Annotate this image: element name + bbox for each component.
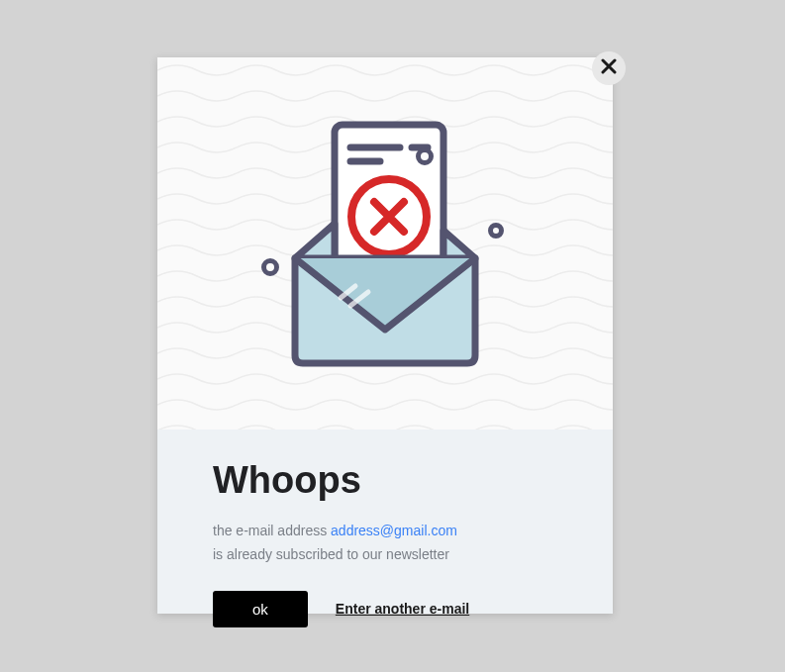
close-button[interactable] bbox=[592, 51, 626, 85]
modal-actions: ok Enter another e-mail bbox=[213, 591, 557, 627]
message-prefix: the e-mail address bbox=[213, 523, 331, 538]
decorative-dot-icon bbox=[416, 147, 434, 165]
email-address: address@gmail.com bbox=[331, 523, 457, 538]
modal-title: Whoops bbox=[213, 459, 557, 502]
illustration-area bbox=[157, 57, 613, 430]
message-suffix: is already subscribed to our newsletter bbox=[213, 546, 449, 562]
ok-button[interactable]: ok bbox=[213, 591, 308, 627]
enter-another-email-link[interactable]: Enter another e-mail bbox=[336, 601, 469, 617]
close-icon bbox=[601, 58, 617, 78]
error-modal: Whoops the e-mail address address@gmail.… bbox=[157, 57, 613, 614]
decorative-dot-icon bbox=[488, 223, 504, 239]
decorative-dot-icon bbox=[261, 258, 279, 276]
modal-content: Whoops the e-mail address address@gmail.… bbox=[157, 430, 613, 657]
envelope-error-icon bbox=[281, 110, 489, 377]
modal-message: the e-mail address address@gmail.com is … bbox=[213, 520, 557, 567]
